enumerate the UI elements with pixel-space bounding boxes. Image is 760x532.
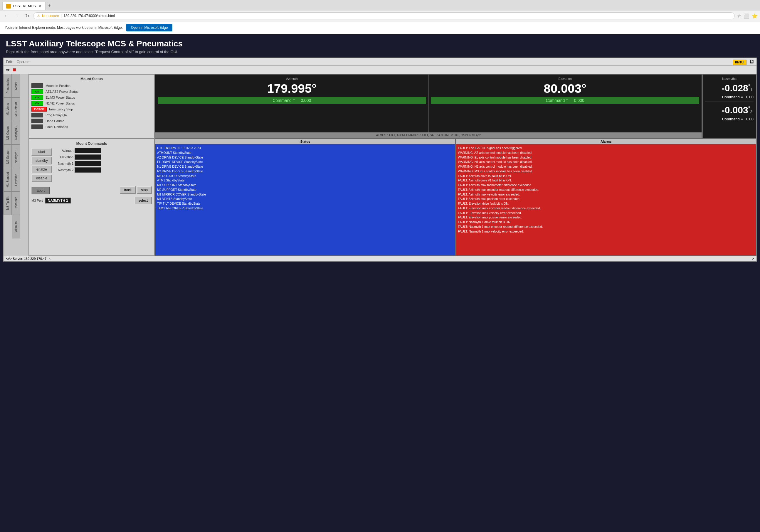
track-button[interactable]: track bbox=[120, 186, 136, 194]
readings-top: Azimuth 179.995° Command = 0.000 bbox=[155, 74, 701, 132]
scroll-arrow: < bbox=[49, 257, 51, 260]
sidebar-item-m1vents[interactable]: M1 Vents bbox=[4, 98, 12, 121]
sidebar-item-nasmyth1[interactable]: Nasmyth 1 bbox=[12, 145, 20, 168]
sidebar-item-m3rotator[interactable]: M3 Rotator bbox=[12, 98, 20, 121]
nav-icons: ☆ ⬜ ⭐ bbox=[737, 13, 758, 19]
status-panel: Status UTC Thu Nov 02 19:16:33 2023ATMOU… bbox=[155, 139, 456, 256]
m3port-value: NASMYTH 1 bbox=[45, 198, 71, 203]
server-status: <V> Server: 139.229.170.47 bbox=[6, 257, 46, 260]
rmtui-badge: RMTUI bbox=[733, 60, 747, 65]
scroll-right-arrow: > bbox=[752, 257, 754, 260]
nasmyth1-field-input[interactable] bbox=[74, 161, 101, 166]
alarm-line: WARNING: M3 axis control module has been… bbox=[458, 169, 754, 174]
ie-mode-bar: You're in Internet Explorer mode. Most p… bbox=[0, 22, 760, 34]
status-row-n1n2-power: ON N1/N2 Power Status bbox=[31, 101, 152, 106]
led-estop: E-STOP bbox=[31, 107, 47, 111]
refresh-button[interactable]: ↻ bbox=[24, 13, 31, 20]
not-secure-label: Not secure bbox=[42, 14, 59, 18]
standby-button[interactable]: standby bbox=[31, 157, 52, 164]
nasmyth2-cmd-value: 0.00 bbox=[746, 117, 753, 121]
version-bar: ATMCS 11.0.1, ATPNEUMATICS 11.0.1, SAL 7… bbox=[155, 132, 701, 138]
sidebar-col-1: Pneumatics M1 Vents M1 Covers M2 Support… bbox=[4, 74, 12, 256]
open-edge-button[interactable]: Open in Microsoft Edge bbox=[126, 24, 172, 31]
sidebar-item-pneumatics[interactable]: Pneumatics bbox=[4, 74, 12, 98]
sidebar-item-m2support[interactable]: M2 Support bbox=[4, 145, 12, 168]
nasmyth2-cmd-label: Command = bbox=[722, 117, 743, 121]
nasmyth1-cmd-value: 0.00 bbox=[746, 95, 753, 99]
tab-title: LSST AT MCS bbox=[13, 4, 36, 8]
stop-button[interactable]: stop bbox=[137, 186, 152, 194]
alarms-header: Alarms bbox=[456, 139, 756, 144]
elevation-value: 80.003° bbox=[431, 82, 699, 96]
label-prog-relay: Prog Relay Q4 bbox=[46, 113, 67, 117]
security-icon: ⚠ bbox=[37, 14, 40, 18]
status-line: UTC Thu Nov 02 19:16:33 2023 bbox=[157, 146, 453, 151]
address-bar[interactable]: ⚠ Not secure | 139.229.170.47:8000/atmcs… bbox=[33, 12, 735, 20]
favorites-button[interactable]: ⭐ bbox=[752, 13, 758, 19]
alarms-panel: Alarms FAULT: The E-STOP signal has been… bbox=[456, 139, 757, 256]
nasmyth1-command: Command = 0.00 bbox=[705, 94, 753, 100]
abort-button[interactable]: abort bbox=[31, 187, 50, 194]
status-content[interactable]: UTC Thu Nov 02 19:16:33 2023ATMOUNT Stan… bbox=[155, 144, 455, 255]
menu-edit[interactable]: Edit bbox=[6, 60, 12, 64]
browser-chrome: LSST AT MCS ✕ + ← → ↻ ⚠ Not secure | 139… bbox=[0, 0, 760, 34]
menu-operate[interactable]: Operate bbox=[17, 60, 29, 64]
alarm-line: FAULT: Azimuth max tachometer difference… bbox=[458, 183, 754, 188]
command-buttons: start standby enable disable bbox=[31, 148, 52, 182]
enable-button[interactable]: enable bbox=[31, 166, 52, 173]
sidebar-item-nasmyth2[interactable]: Nasmyth 2 bbox=[12, 121, 20, 145]
nasmyth1-number: -0.028 bbox=[722, 83, 748, 93]
stop-icon[interactable]: ⏹ bbox=[12, 67, 17, 72]
nasmyth1-sub: 1 bbox=[750, 87, 752, 92]
alarm-line: FAULT: Elevation max velocity error exce… bbox=[458, 211, 754, 215]
sidebar-item-azimuth[interactable]: Azimuth bbox=[12, 215, 20, 239]
ie-mode-text: You're in Internet Explorer mode. Most p… bbox=[5, 25, 123, 30]
app-title: LSST Auxiliary Telescope MCS & Pneumatic… bbox=[0, 34, 760, 50]
forward-button[interactable]: → bbox=[13, 13, 21, 19]
sidebar-item-mount[interactable]: Mount bbox=[12, 74, 20, 98]
sidebar-item-m1covers[interactable]: M1 Covers bbox=[4, 121, 12, 145]
sidebar-item-recorder[interactable]: Recorder bbox=[12, 192, 20, 215]
label-n1n2-power: N1/N2 Power Status bbox=[46, 102, 75, 105]
label-hand-paddle: Hand Paddle bbox=[46, 119, 64, 123]
elevation-section: Elevation 80.003° Command = 0.000 bbox=[429, 74, 702, 132]
main-panel: Edit Operate RMTUI 🖥 ⇒ ⏹ Pneumatics M1 V… bbox=[3, 58, 757, 262]
app-content: LSST Auxiliary Telescope MCS & Pneumatic… bbox=[0, 34, 760, 532]
start-button[interactable]: start bbox=[31, 148, 52, 155]
sidebar-item-elevation[interactable]: Elevation bbox=[12, 168, 20, 192]
back-button[interactable]: ← bbox=[2, 13, 11, 19]
url-text: 139.229.170.47:8000/atmcs.html bbox=[64, 14, 115, 18]
elevation-command-value: 0.000 bbox=[574, 98, 584, 103]
status-line: M1 VENTS StandbyState bbox=[157, 197, 453, 201]
sidebar-item-m3tiptilt[interactable]: M3 Tip Tilt bbox=[4, 192, 12, 215]
nasmyth1-field-label: Nasmyth 1 bbox=[54, 162, 73, 165]
nasmyth2-field-row: Nasmyth 2 bbox=[54, 167, 152, 173]
back-toolbar-icon[interactable]: ⇒ bbox=[6, 67, 10, 72]
status-row-mount-in-position: Mount In Position bbox=[31, 83, 152, 88]
bookmark-star-button[interactable]: ☆ bbox=[737, 13, 741, 19]
elevation-field-input[interactable] bbox=[74, 155, 101, 160]
alarms-content[interactable]: FAULT: The E-STOP signal has been trigge… bbox=[456, 144, 756, 255]
alarm-line: FAULT: Elevation max encoder readout dif… bbox=[458, 206, 754, 211]
nasmyth1-display: -0.028°1 bbox=[705, 82, 753, 94]
panel-icon[interactable]: 🖥 bbox=[749, 59, 754, 65]
status-row-estop: E-STOP Emergency Stop bbox=[31, 107, 152, 111]
nasmyths-panel: Nasmyths -0.028°1 Command = 0.00 bbox=[702, 74, 756, 139]
readings-panel: Azimuth 179.995° Command = 0.000 bbox=[155, 74, 702, 139]
tab-close-button[interactable]: ✕ bbox=[38, 4, 42, 9]
sidebar-item-m1support[interactable]: M1 Support bbox=[4, 168, 12, 192]
alarm-line: FAULT: Azimuth drive #2 fault bit is ON. bbox=[458, 174, 754, 179]
active-tab[interactable]: LSST AT MCS ✕ bbox=[2, 2, 46, 10]
tab-bar: LSST AT MCS ✕ + bbox=[0, 0, 760, 11]
mount-status-title: Mount Status bbox=[31, 77, 152, 81]
disable-button[interactable]: disable bbox=[31, 174, 52, 182]
label-local-demands: Local Demands bbox=[46, 125, 68, 129]
nasmyth2-sub: 2 bbox=[750, 110, 752, 114]
split-screen-button[interactable]: ⬜ bbox=[743, 13, 749, 19]
select-button[interactable]: select bbox=[134, 197, 152, 204]
nasmyth2-field-input[interactable] bbox=[74, 167, 101, 173]
new-tab-button[interactable]: + bbox=[46, 3, 53, 9]
m3-row: M3 Port NASMYTH 1 select bbox=[31, 197, 152, 204]
azimuth-field-input[interactable] bbox=[74, 148, 101, 153]
m3port-label: M3 Port bbox=[31, 199, 43, 202]
